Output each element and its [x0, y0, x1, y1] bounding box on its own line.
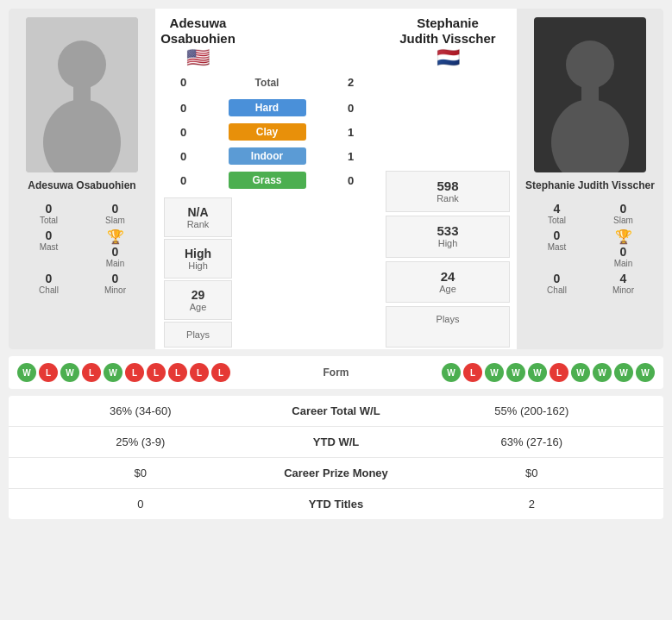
stats-p2-1: 63% (27-16)	[414, 435, 650, 448]
stats-p1-2: $0	[22, 467, 259, 479]
stats-label-2: Career Prize Money	[259, 467, 414, 479]
p2-slam-label: Slam	[592, 216, 655, 225]
p1-header-name-l2: Osabuohien	[155, 31, 241, 47]
p2-high-box: 533 High	[386, 216, 510, 257]
p2-mast-val: 0	[525, 229, 588, 242]
trophy-icon-p1: 🏆	[107, 229, 124, 245]
p1-rank-val: N/A	[172, 205, 224, 219]
p1-plays-label: Plays	[172, 329, 224, 340]
form-badge-p2-l: L	[550, 363, 568, 382]
p2-mast-label: Mast	[525, 242, 588, 252]
player2-name: Stephanie Judith Visscher	[525, 179, 655, 191]
form-badge-p1-l: L	[82, 363, 101, 382]
stats-p1-0: 36% (34-60)	[22, 404, 259, 417]
clay-p2: 1	[340, 126, 361, 139]
form-label: Form	[323, 366, 349, 379]
form-badge-p2-w: W	[506, 363, 525, 382]
p1-total-val: 0	[17, 202, 80, 216]
p2-header-name-l1: Stephanie	[379, 16, 517, 31]
p2-slam-cell: 0 Slam	[592, 202, 655, 225]
form-badge-p2-w: W	[614, 363, 633, 382]
p1-total-cell: 0 Total	[17, 202, 80, 225]
clay-badge: Clay	[229, 123, 306, 141]
p2-high-label: High	[393, 238, 502, 248]
stats-label-1: YTD W/L	[259, 435, 414, 448]
form-badge-p1-l: L	[147, 363, 166, 382]
p1-chall-val: 0	[17, 272, 80, 285]
p1-high-val: High	[172, 247, 224, 260]
form-badge-p2-w: W	[593, 363, 612, 382]
p2-minor-val: 4	[592, 272, 655, 285]
stats-p2-2: $0	[414, 467, 650, 479]
p2-minor-label: Minor	[592, 285, 655, 295]
stats-row-0: 36% (34-60)Career Total W/L55% (200-162)	[9, 396, 663, 427]
p2-main-label: Main	[592, 259, 655, 268]
form-badge-p2-w: W	[636, 363, 655, 382]
p1-mast-label: Mast	[17, 242, 80, 252]
p1-slam-val: 0	[84, 202, 147, 216]
form-badge-p1-w: W	[60, 363, 79, 382]
hard-badge: Hard	[229, 99, 306, 116]
p2-header-area-placeholder	[241, 16, 379, 69]
p2-high-val: 533	[393, 223, 502, 238]
form-badge-p1-l: L	[190, 363, 209, 382]
p1-high-box: High High	[164, 239, 232, 279]
p1-form-badges: WLWLWLLLLL	[17, 363, 230, 382]
stats-p1-3: 0	[22, 498, 259, 510]
stats-row-3: 0YTD Titles2	[9, 489, 663, 519]
surface-spacer	[379, 72, 517, 169]
p2-mast-cell: 0 Mast	[525, 229, 588, 268]
p1-header-area: Adesuwa Osabuohien 🇺🇸	[155, 16, 241, 69]
form-badge-p1-l: L	[39, 363, 58, 382]
p2-age-label: Age	[393, 284, 502, 294]
form-badge-p1-w: W	[104, 363, 122, 382]
indoor-p1: 0	[173, 150, 194, 163]
indoor-p2: 1	[340, 150, 361, 163]
form-badge-p1-l: L	[125, 363, 144, 382]
stats-row-1: 25% (3-9)YTD W/L63% (27-16)	[9, 427, 663, 458]
form-badge-p2-w: W	[442, 363, 461, 382]
middle-section: Adesuwa Osabuohien 🇺🇸 0 Total 2 0 Hard 0	[155, 9, 379, 349]
clay-row: 0 Clay 1	[155, 120, 379, 144]
form-badge-p2-l: L	[463, 363, 482, 382]
svg-point-5	[566, 41, 614, 89]
hard-row: 0 Hard 0	[155, 96, 379, 120]
hard-p2: 0	[340, 102, 361, 115]
p2-rank-box: 598 Rank	[386, 171, 510, 212]
p2-header-name-l2: Judith Visscher	[379, 31, 517, 47]
player1-avatar	[26, 17, 138, 172]
form-badge-p1-l: L	[211, 363, 230, 382]
player2-avatar	[534, 17, 646, 172]
p1-age-box: 29 Age	[164, 280, 232, 320]
p2-age-val: 24	[393, 269, 502, 284]
indoor-badge: Indoor	[229, 147, 306, 165]
player1-stats-grid: 0 Total 0 Slam 0 Mast 🏆 0 Main	[17, 202, 147, 295]
p2-chall-cell: 0 Chall	[525, 272, 588, 295]
form-badge-p2-w: W	[528, 363, 547, 382]
player2-right-area: Stephanie Judith Visscher 🇳🇱 598 Rank 53…	[379, 9, 517, 349]
form-badge-p1-w: W	[17, 363, 36, 382]
p1-flag: 🇺🇸	[155, 47, 241, 69]
p1-high-label: High	[172, 260, 224, 271]
p1-minor-val: 0	[84, 272, 147, 285]
stats-p1-1: 25% (3-9)	[22, 435, 259, 448]
p2-rank-val: 598	[393, 178, 502, 193]
p2-total-cell: 4 Total	[525, 202, 588, 225]
total-label: Total	[255, 77, 279, 89]
p2-form-badges: WLWWWLWWWW	[442, 363, 655, 382]
indoor-row: 0 Indoor 1	[155, 144, 379, 168]
grass-badge: Grass	[229, 172, 306, 189]
stats-label-0: Career Total W/L	[259, 404, 414, 417]
form-badge-p2-w: W	[571, 363, 590, 382]
svg-point-1	[58, 41, 106, 89]
p1-mast-val: 0	[17, 229, 80, 242]
clay-p1: 0	[173, 126, 194, 139]
p1-slam-cell: 0 Slam	[84, 202, 147, 225]
p1-info-boxes: N/A Rank High High 29 Age Plays	[155, 196, 241, 349]
p1-minor-label: Minor	[84, 285, 147, 295]
p2-main-val: 0	[592, 245, 655, 259]
p1-minor-cell: 0 Minor	[84, 272, 147, 295]
surface-rows: 0 Hard 0 0 Clay 1 0 Indoor 1 0 Grass	[155, 92, 379, 196]
svg-rect-7	[581, 85, 599, 102]
p1-age-val: 29	[172, 288, 224, 302]
